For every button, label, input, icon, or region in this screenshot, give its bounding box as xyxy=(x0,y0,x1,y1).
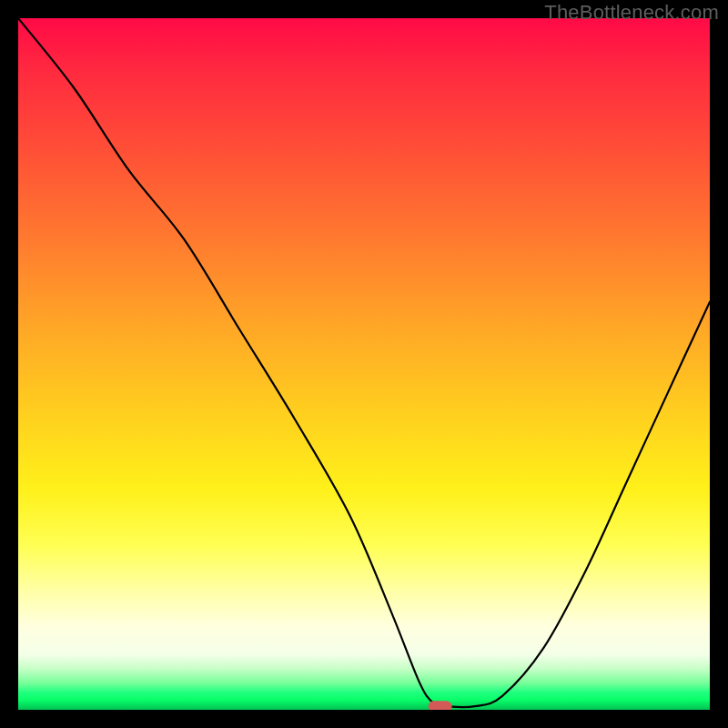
chart-frame: TheBottleneck.com xyxy=(0,0,728,728)
bottleneck-curve xyxy=(18,18,710,707)
watermark-text: TheBottleneck.com xyxy=(544,1,719,25)
optimal-marker xyxy=(429,701,452,710)
curve-svg xyxy=(18,18,710,710)
plot-area xyxy=(18,18,710,710)
